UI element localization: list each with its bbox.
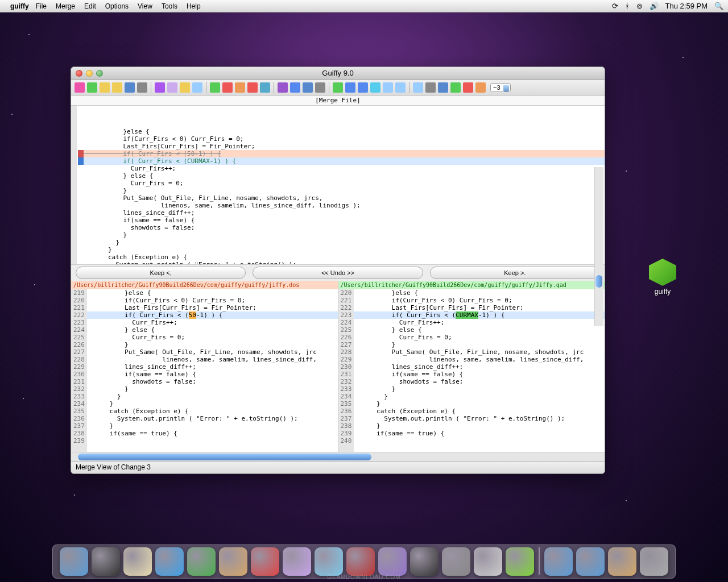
dock-item[interactable] — [346, 547, 375, 576]
dock-item[interactable] — [442, 547, 470, 576]
code-line: } — [87, 341, 338, 348]
code-line: } — [354, 422, 605, 430]
code-line: if(same == true) { — [87, 430, 338, 437]
expand-icon[interactable] — [303, 82, 313, 93]
dock-item[interactable] — [315, 547, 343, 576]
bluetooth-icon[interactable]: ᚼ — [625, 2, 630, 10]
print-icon[interactable] — [137, 82, 147, 93]
replace-icon[interactable] — [222, 82, 233, 93]
brush-icon[interactable] — [192, 82, 202, 93]
dock-item[interactable] — [608, 547, 636, 576]
wifi-icon[interactable]: ⊚ — [636, 2, 643, 10]
dock-item[interactable] — [92, 547, 120, 576]
code-line: if(Curr_Firs < 0) Curr_Firs = 0; — [87, 297, 338, 304]
menu-file[interactable]: File — [36, 2, 47, 10]
menu-merge[interactable]: Merge — [56, 2, 75, 10]
dock-item[interactable] — [155, 547, 184, 576]
guiffy-window: Guiffy 9.0 ~3 [Merge File] }else { if(Cu… — [71, 66, 605, 474]
merge-line: if( Curr_Firs < (CURMAX-1) ) { — [78, 157, 605, 165]
code-line: }else { — [87, 289, 338, 297]
tree-icon[interactable] — [475, 82, 486, 93]
dock-item[interactable] — [576, 547, 605, 576]
watermark: GEARDOWNLOAD.COM — [327, 574, 400, 580]
copy-left-icon[interactable] — [155, 82, 165, 93]
undo-icon[interactable] — [235, 82, 245, 93]
left-code[interactable]: 219 220 221 222 223 224 225 226 227 228 … — [71, 289, 338, 452]
stop-icon[interactable] — [450, 82, 461, 93]
split-icon[interactable] — [395, 82, 406, 93]
dock-item[interactable] — [544, 547, 573, 576]
lock-icon[interactable] — [333, 82, 343, 93]
goto-icon[interactable] — [278, 82, 288, 93]
script-icon[interactable] — [315, 82, 325, 93]
clock[interactable]: Thu 2:59 PM — [665, 2, 708, 10]
right-panel: /Users/billritcher/Guiffy90Build266Dev/c… — [338, 281, 605, 452]
code-line: } — [87, 422, 338, 430]
time-machine-icon[interactable]: ⟳ — [612, 2, 618, 10]
keep-right-button[interactable]: Keep >. — [430, 267, 600, 279]
dock-item[interactable] — [60, 547, 88, 576]
menu-options[interactable]: Options — [105, 2, 129, 10]
merge-line: showdots = false; — [78, 224, 605, 231]
refresh-icon[interactable] — [358, 82, 368, 93]
dock-item[interactable] — [506, 547, 534, 576]
change-stepper[interactable]: ~3 — [490, 83, 511, 92]
code-line: Put_Same( Out_File, Fir_Line, nosame, sh… — [87, 348, 338, 356]
merge-line: } — [78, 246, 605, 253]
split-v-icon[interactable] — [370, 82, 380, 93]
bookmark-icon[interactable] — [290, 82, 300, 93]
code-line: } — [354, 393, 605, 400]
guiffy-app-icon — [649, 259, 676, 286]
open-left-icon[interactable] — [75, 82, 85, 93]
spotlight-icon[interactable]: 🔍 — [714, 2, 723, 10]
merge-vertical-scrollbar[interactable] — [594, 167, 603, 326]
code-line: } — [354, 385, 605, 393]
volume-icon[interactable]: 🔊 — [650, 2, 659, 10]
right-code[interactable]: 220 221 222 223 224 225 226 227 228 229 … — [338, 289, 605, 452]
rec-icon[interactable] — [463, 82, 473, 93]
dock-item[interactable] — [410, 547, 439, 576]
redo-icon[interactable] — [247, 82, 258, 93]
merge-line: } — [78, 231, 605, 239]
dock-item[interactable] — [123, 547, 152, 576]
reload-icon[interactable] — [260, 82, 270, 93]
up-icon[interactable] — [425, 82, 436, 93]
merge-line: } else { — [78, 172, 605, 180]
diff-prev-icon[interactable] — [100, 82, 110, 93]
menu-edit[interactable]: Edit — [84, 2, 96, 10]
merge-result-pane[interactable]: }else { if(Curr_Firs < 0) Curr_Firs = 0;… — [71, 106, 605, 265]
split-h-icon[interactable] — [383, 82, 393, 93]
menu-help[interactable]: Help — [187, 2, 201, 10]
merge-line: Last_Firs[Curr_Firs] = Fir_Pointer; — [78, 143, 605, 150]
copy-right-icon[interactable] — [167, 82, 177, 93]
diff-next-icon[interactable] — [112, 82, 122, 93]
code-line: Last_Firs[Curr_Firs] = Fir_Pointer; — [87, 304, 338, 311]
dock-item[interactable] — [378, 547, 407, 576]
toolbar: ~3 — [71, 80, 605, 95]
dock-item[interactable] — [640, 547, 668, 576]
status-bar: Merge View of Change 3 — [71, 461, 605, 473]
menu-tools[interactable]: Tools — [162, 2, 177, 10]
dock-item[interactable] — [187, 547, 216, 576]
dock-item[interactable] — [219, 547, 247, 576]
sync-icon[interactable] — [345, 82, 355, 93]
dock-item[interactable] — [283, 547, 311, 576]
desktop-icon-guiffy[interactable]: guiffy — [643, 259, 682, 296]
undo-button[interactable]: << Undo >> — [253, 267, 423, 279]
merge-line: linenos, same, samelim, lines_since_diff… — [78, 202, 605, 209]
keep-left-button[interactable]: Keep <, — [76, 267, 246, 279]
dock-item[interactable] — [251, 547, 279, 576]
code-line: linenos, same, samelim, lines_since_diff… — [354, 356, 605, 363]
down-icon[interactable] — [438, 82, 448, 93]
app-menu[interactable]: guiffy — [10, 2, 29, 10]
titlebar[interactable]: Guiffy 9.0 — [71, 67, 605, 80]
save-icon[interactable] — [125, 82, 135, 93]
paste-icon[interactable] — [180, 82, 190, 93]
find-icon[interactable] — [210, 82, 220, 93]
open-right-icon[interactable] — [87, 82, 97, 93]
code-line: Last_Firs[Curr_Firs] = Fir_Pointer; — [354, 304, 605, 311]
dock-item[interactable] — [474, 547, 502, 576]
horizontal-scrollbar[interactable] — [71, 452, 605, 461]
menu-view[interactable]: View — [138, 2, 152, 10]
link-icon[interactable] — [413, 82, 423, 93]
